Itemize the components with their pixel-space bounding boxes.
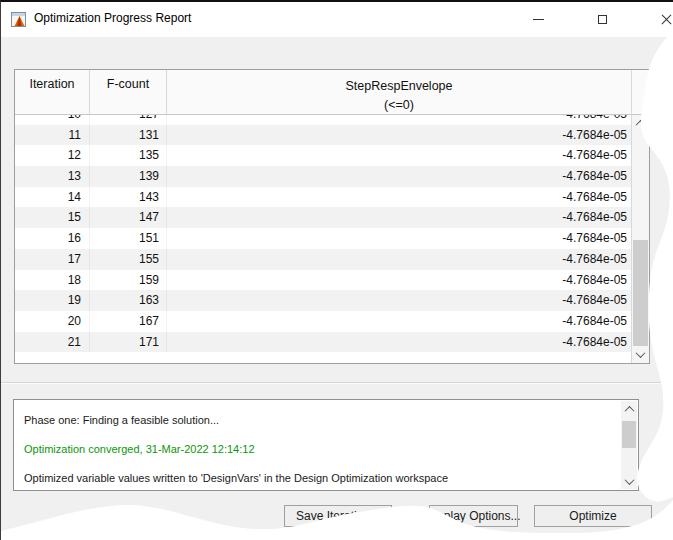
column-header-line2: (<=0) [167, 96, 631, 115]
cell-iteration: 20 [15, 311, 90, 332]
cell-value: -4.7684e-05 [167, 187, 631, 208]
column-header-line1: StepRespEnvelope [167, 77, 631, 96]
minimize-icon [533, 19, 544, 20]
table-row[interactable]: 11131-4.7684e-05 [15, 125, 631, 146]
cell-fcount: 171 [90, 332, 167, 353]
cell-value: -4.7684e-05 [167, 145, 631, 166]
cell-fcount: 167 [90, 311, 167, 332]
iteration-table: Iteration F-count StepRespEnvelope (<=0)… [14, 69, 650, 364]
cell-fcount: 159 [90, 270, 167, 291]
cell-fcount: 135 [90, 145, 167, 166]
matlab-icon [11, 12, 26, 27]
status-log-panel[interactable]: Phase one: Finding a feasible solution..… [13, 399, 639, 491]
log-scroll-down-button[interactable] [621, 473, 637, 489]
table-row[interactable]: 17155-4.7684e-05 [15, 249, 631, 270]
horizontal-divider [1, 382, 663, 384]
cell-value: -4.7684e-05 [167, 207, 631, 228]
column-header-steprespenvelope[interactable]: StepRespEnvelope (<=0) [167, 70, 631, 114]
chevron-down-icon [624, 475, 634, 485]
table-row[interactable]: 20167-4.7684e-05 [15, 311, 631, 332]
cell-iteration: 13 [15, 166, 90, 187]
cell-value: -4.7684e-05 [167, 228, 631, 249]
display-options-button[interactable]: Display Options... [429, 505, 518, 527]
log-vertical-scrollbar[interactable] [621, 401, 637, 489]
cell-iteration: 12 [15, 145, 90, 166]
close-icon [660, 13, 673, 26]
cell-iteration: 17 [15, 249, 90, 270]
maximize-button[interactable] [580, 2, 625, 37]
scroll-down-button[interactable] [632, 346, 649, 363]
cell-fcount: 139 [90, 166, 167, 187]
cell-value: -4.7684e-05 [167, 125, 631, 146]
table-row[interactable]: 10127-4.7684e-05 [15, 115, 631, 125]
log-scrollbar-thumb[interactable] [622, 421, 636, 448]
table-row[interactable]: 16151-4.7684e-05 [15, 228, 631, 249]
table-row[interactable]: 21171-4.7684e-05 [15, 332, 631, 353]
chevron-down-icon [636, 348, 646, 358]
optimization-progress-report-window: Optimization Progress Report Iteration F… [0, 0, 673, 540]
minimize-button[interactable] [516, 2, 561, 37]
cell-iteration: 11 [15, 125, 90, 146]
cell-iteration: 19 [15, 290, 90, 311]
optimize-button[interactable]: Optimize [534, 505, 652, 527]
cell-fcount: 151 [90, 228, 167, 249]
table-row[interactable]: 18159-4.7684e-05 [15, 270, 631, 291]
cell-value: -4.7684e-05 [167, 311, 631, 332]
cell-value: -4.7684e-05 [167, 332, 631, 353]
window-title: Optimization Progress Report [34, 11, 191, 25]
cell-iteration: 15 [15, 207, 90, 228]
table-body: 10127-4.7684e-0511131-4.7684e-0512135-4.… [15, 115, 631, 363]
maximize-icon [598, 15, 607, 24]
column-header-iteration[interactable]: Iteration [15, 70, 90, 114]
cell-iteration: 10 [15, 115, 90, 125]
column-header-fcount[interactable]: F-count [90, 70, 167, 114]
chevron-up-icon [636, 120, 646, 130]
cell-iteration: 18 [15, 270, 90, 291]
table-header-corner [631, 70, 649, 115]
table-row[interactable]: 12135-4.7684e-05 [15, 145, 631, 166]
cell-value: -4.7684e-05 [167, 270, 631, 291]
cell-fcount: 143 [90, 187, 167, 208]
cell-value: -4.7684e-05 [167, 290, 631, 311]
table-vertical-scrollbar[interactable] [631, 115, 649, 363]
scroll-up-button[interactable] [632, 115, 649, 132]
cell-value: -4.7684e-05 [167, 166, 631, 187]
log-line-converged: Optimization converged, 31-Mar-2022 12:1… [24, 443, 255, 455]
save-iteration-button[interactable]: Save Iteration... [284, 505, 392, 527]
table-row[interactable]: 14143-4.7684e-05 [15, 187, 631, 208]
cell-fcount: 127 [90, 115, 167, 125]
cell-fcount: 131 [90, 125, 167, 146]
table-row[interactable]: 19163-4.7684e-05 [15, 290, 631, 311]
cell-value: -4.7684e-05 [167, 115, 631, 125]
title-bar[interactable]: Optimization Progress Report [1, 2, 673, 37]
cell-iteration: 16 [15, 228, 90, 249]
chevron-up-icon [624, 405, 634, 415]
cell-iteration: 21 [15, 332, 90, 353]
close-button[interactable] [644, 2, 673, 37]
cell-fcount: 155 [90, 249, 167, 270]
scrollbar-thumb[interactable] [633, 240, 648, 346]
cell-value: -4.7684e-05 [167, 249, 631, 270]
log-scroll-up-button[interactable] [621, 401, 637, 417]
log-line-phase: Phase one: Finding a feasible solution..… [24, 414, 219, 426]
table-row[interactable]: 15147-4.7684e-05 [15, 207, 631, 228]
cell-fcount: 163 [90, 290, 167, 311]
log-line-written: Optimized variable values written to 'De… [24, 472, 448, 484]
table-row[interactable]: 13139-4.7684e-05 [15, 166, 631, 187]
cell-fcount: 147 [90, 207, 167, 228]
cell-iteration: 14 [15, 187, 90, 208]
table-header: Iteration F-count StepRespEnvelope (<=0) [15, 70, 631, 115]
